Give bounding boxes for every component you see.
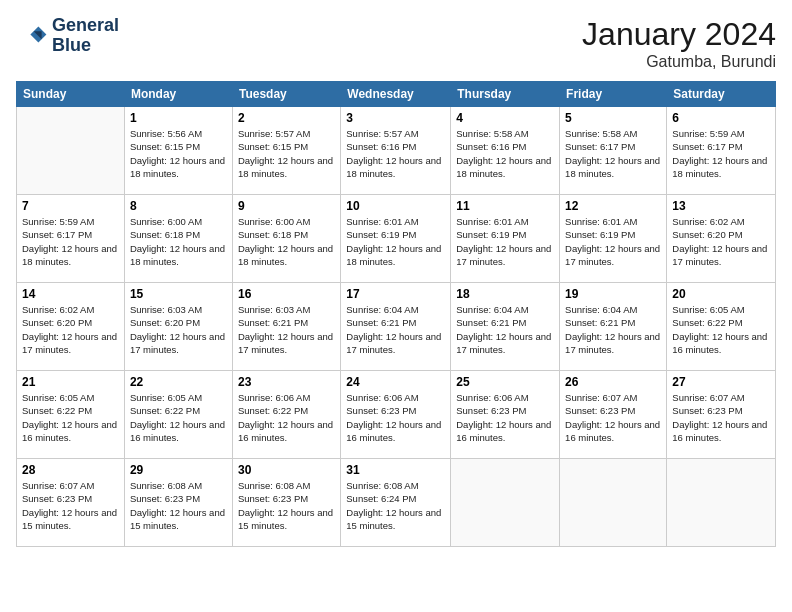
day-number: 15: [130, 287, 227, 301]
location-title: Gatumba, Burundi: [582, 53, 776, 71]
day-number: 17: [346, 287, 445, 301]
day-number: 5: [565, 111, 661, 125]
day-number: 29: [130, 463, 227, 477]
day-number: 26: [565, 375, 661, 389]
day-number: 20: [672, 287, 770, 301]
day-number: 4: [456, 111, 554, 125]
day-number: 14: [22, 287, 119, 301]
day-info: Sunrise: 6:05 AMSunset: 6:22 PMDaylight:…: [672, 303, 770, 356]
calendar-cell: 8Sunrise: 6:00 AMSunset: 6:18 PMDaylight…: [124, 195, 232, 283]
day-number: 22: [130, 375, 227, 389]
day-info: Sunrise: 6:03 AMSunset: 6:20 PMDaylight:…: [130, 303, 227, 356]
calendar-cell: 23Sunrise: 6:06 AMSunset: 6:22 PMDayligh…: [232, 371, 340, 459]
page: General Blue January 2024 Gatumba, Burun…: [0, 0, 792, 612]
day-info: Sunrise: 6:05 AMSunset: 6:22 PMDaylight:…: [22, 391, 119, 444]
day-number: 8: [130, 199, 227, 213]
col-thursday: Thursday: [451, 82, 560, 107]
day-info: Sunrise: 6:00 AMSunset: 6:18 PMDaylight:…: [238, 215, 335, 268]
day-number: 1: [130, 111, 227, 125]
logo: General Blue: [16, 16, 119, 56]
day-number: 25: [456, 375, 554, 389]
day-info: Sunrise: 6:07 AMSunset: 6:23 PMDaylight:…: [565, 391, 661, 444]
calendar-cell: 29Sunrise: 6:08 AMSunset: 6:23 PMDayligh…: [124, 459, 232, 547]
col-tuesday: Tuesday: [232, 82, 340, 107]
col-saturday: Saturday: [667, 82, 776, 107]
calendar-cell: 25Sunrise: 6:06 AMSunset: 6:23 PMDayligh…: [451, 371, 560, 459]
day-info: Sunrise: 6:04 AMSunset: 6:21 PMDaylight:…: [565, 303, 661, 356]
col-monday: Monday: [124, 82, 232, 107]
day-number: 16: [238, 287, 335, 301]
day-info: Sunrise: 6:08 AMSunset: 6:23 PMDaylight:…: [130, 479, 227, 532]
week-row-2: 7Sunrise: 5:59 AMSunset: 6:17 PMDaylight…: [17, 195, 776, 283]
day-number: 31: [346, 463, 445, 477]
day-number: 9: [238, 199, 335, 213]
day-number: 23: [238, 375, 335, 389]
day-info: Sunrise: 5:56 AMSunset: 6:15 PMDaylight:…: [130, 127, 227, 180]
day-number: 24: [346, 375, 445, 389]
calendar-cell: [17, 107, 125, 195]
calendar-cell: 9Sunrise: 6:00 AMSunset: 6:18 PMDaylight…: [232, 195, 340, 283]
day-info: Sunrise: 6:04 AMSunset: 6:21 PMDaylight:…: [456, 303, 554, 356]
calendar-cell: 10Sunrise: 6:01 AMSunset: 6:19 PMDayligh…: [341, 195, 451, 283]
title-block: January 2024 Gatumba, Burundi: [582, 16, 776, 71]
day-info: Sunrise: 6:01 AMSunset: 6:19 PMDaylight:…: [456, 215, 554, 268]
day-info: Sunrise: 6:06 AMSunset: 6:23 PMDaylight:…: [346, 391, 445, 444]
calendar-cell: 15Sunrise: 6:03 AMSunset: 6:20 PMDayligh…: [124, 283, 232, 371]
calendar-cell: 24Sunrise: 6:06 AMSunset: 6:23 PMDayligh…: [341, 371, 451, 459]
calendar-cell: 17Sunrise: 6:04 AMSunset: 6:21 PMDayligh…: [341, 283, 451, 371]
calendar-cell: 2Sunrise: 5:57 AMSunset: 6:15 PMDaylight…: [232, 107, 340, 195]
week-row-3: 14Sunrise: 6:02 AMSunset: 6:20 PMDayligh…: [17, 283, 776, 371]
week-row-4: 21Sunrise: 6:05 AMSunset: 6:22 PMDayligh…: [17, 371, 776, 459]
calendar-cell: 14Sunrise: 6:02 AMSunset: 6:20 PMDayligh…: [17, 283, 125, 371]
calendar-table: SundayMondayTuesdayWednesdayThursdayFrid…: [16, 81, 776, 547]
calendar-cell: 19Sunrise: 6:04 AMSunset: 6:21 PMDayligh…: [560, 283, 667, 371]
calendar-cell: 30Sunrise: 6:08 AMSunset: 6:23 PMDayligh…: [232, 459, 340, 547]
logo-text: General Blue: [52, 16, 119, 56]
col-sunday: Sunday: [17, 82, 125, 107]
day-number: 19: [565, 287, 661, 301]
day-info: Sunrise: 6:02 AMSunset: 6:20 PMDaylight:…: [22, 303, 119, 356]
day-info: Sunrise: 6:06 AMSunset: 6:23 PMDaylight:…: [456, 391, 554, 444]
day-info: Sunrise: 6:04 AMSunset: 6:21 PMDaylight:…: [346, 303, 445, 356]
day-info: Sunrise: 6:07 AMSunset: 6:23 PMDaylight:…: [672, 391, 770, 444]
day-info: Sunrise: 5:59 AMSunset: 6:17 PMDaylight:…: [22, 215, 119, 268]
calendar-header-row: SundayMondayTuesdayWednesdayThursdayFrid…: [17, 82, 776, 107]
calendar-cell: 26Sunrise: 6:07 AMSunset: 6:23 PMDayligh…: [560, 371, 667, 459]
calendar-cell: 5Sunrise: 5:58 AMSunset: 6:17 PMDaylight…: [560, 107, 667, 195]
calendar-cell: 6Sunrise: 5:59 AMSunset: 6:17 PMDaylight…: [667, 107, 776, 195]
day-number: 7: [22, 199, 119, 213]
day-number: 6: [672, 111, 770, 125]
calendar-cell: 22Sunrise: 6:05 AMSunset: 6:22 PMDayligh…: [124, 371, 232, 459]
day-number: 18: [456, 287, 554, 301]
day-info: Sunrise: 5:59 AMSunset: 6:17 PMDaylight:…: [672, 127, 770, 180]
day-info: Sunrise: 6:00 AMSunset: 6:18 PMDaylight:…: [130, 215, 227, 268]
day-number: 27: [672, 375, 770, 389]
calendar-cell: [667, 459, 776, 547]
day-info: Sunrise: 6:02 AMSunset: 6:20 PMDaylight:…: [672, 215, 770, 268]
day-number: 28: [22, 463, 119, 477]
calendar-cell: 31Sunrise: 6:08 AMSunset: 6:24 PMDayligh…: [341, 459, 451, 547]
calendar-cell: 20Sunrise: 6:05 AMSunset: 6:22 PMDayligh…: [667, 283, 776, 371]
calendar-cell: [560, 459, 667, 547]
calendar-cell: 13Sunrise: 6:02 AMSunset: 6:20 PMDayligh…: [667, 195, 776, 283]
day-info: Sunrise: 6:01 AMSunset: 6:19 PMDaylight:…: [346, 215, 445, 268]
calendar-cell: 28Sunrise: 6:07 AMSunset: 6:23 PMDayligh…: [17, 459, 125, 547]
day-info: Sunrise: 6:08 AMSunset: 6:24 PMDaylight:…: [346, 479, 445, 532]
calendar-cell: [451, 459, 560, 547]
day-number: 12: [565, 199, 661, 213]
week-row-5: 28Sunrise: 6:07 AMSunset: 6:23 PMDayligh…: [17, 459, 776, 547]
calendar-cell: 18Sunrise: 6:04 AMSunset: 6:21 PMDayligh…: [451, 283, 560, 371]
day-info: Sunrise: 5:57 AMSunset: 6:15 PMDaylight:…: [238, 127, 335, 180]
day-number: 11: [456, 199, 554, 213]
day-number: 3: [346, 111, 445, 125]
calendar-cell: 4Sunrise: 5:58 AMSunset: 6:16 PMDaylight…: [451, 107, 560, 195]
calendar-cell: 1Sunrise: 5:56 AMSunset: 6:15 PMDaylight…: [124, 107, 232, 195]
day-info: Sunrise: 6:07 AMSunset: 6:23 PMDaylight:…: [22, 479, 119, 532]
day-info: Sunrise: 6:06 AMSunset: 6:22 PMDaylight:…: [238, 391, 335, 444]
day-info: Sunrise: 5:58 AMSunset: 6:17 PMDaylight:…: [565, 127, 661, 180]
calendar-cell: 11Sunrise: 6:01 AMSunset: 6:19 PMDayligh…: [451, 195, 560, 283]
day-number: 10: [346, 199, 445, 213]
day-info: Sunrise: 5:57 AMSunset: 6:16 PMDaylight:…: [346, 127, 445, 180]
day-number: 2: [238, 111, 335, 125]
header: General Blue January 2024 Gatumba, Burun…: [16, 16, 776, 71]
